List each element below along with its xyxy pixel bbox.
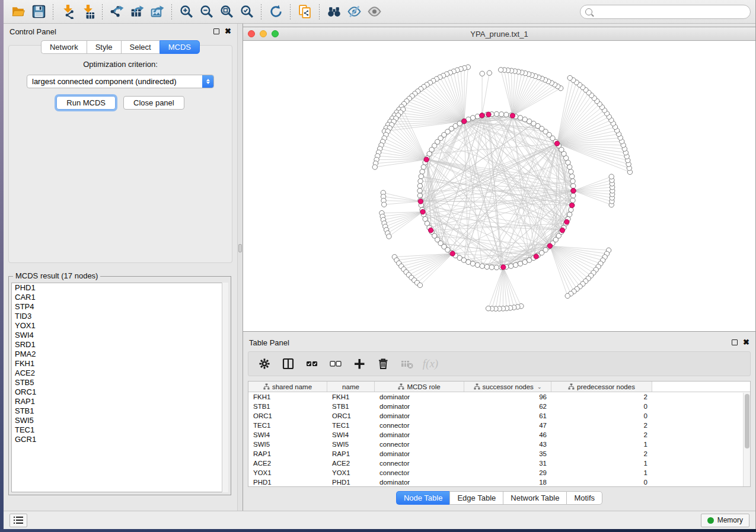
mcds-result-item[interactable]: ORC1 <box>12 387 228 397</box>
zoom-in-button[interactable] <box>176 2 196 21</box>
gear-button[interactable] <box>257 356 272 371</box>
open-file-button[interactable] <box>8 2 28 21</box>
export-table-button[interactable] <box>127 2 147 21</box>
tab-select[interactable]: Select <box>121 40 160 54</box>
search-box[interactable] <box>580 5 751 19</box>
table-row[interactable]: YOX1YOX1connector291 <box>248 468 750 477</box>
mcds-result-item[interactable]: STB5 <box>12 378 228 387</box>
show-all-icon <box>367 4 382 19</box>
float-table-panel-icon[interactable] <box>732 339 738 345</box>
memory-button[interactable]: Memory <box>701 514 749 527</box>
table-scrollbar-thumb[interactable] <box>745 394 749 448</box>
reload-button[interactable] <box>266 2 286 21</box>
show-columns-button[interactable] <box>280 356 296 371</box>
zoom-selected-button[interactable] <box>237 2 257 21</box>
table-row[interactable]: ORC1ORC1dominator610 <box>248 411 750 421</box>
zoom-fit-icon <box>219 4 234 19</box>
cell-shared_name: ACE2 <box>248 459 327 468</box>
mcds-list-scrollbar[interactable] <box>222 283 228 492</box>
new-network-from-selection-button[interactable] <box>295 2 315 21</box>
table-scrollbar[interactable] <box>743 393 750 486</box>
mcds-result-item[interactable]: PHD1 <box>12 283 228 293</box>
import-table-button[interactable] <box>78 2 98 21</box>
cell-predecessors: 0 <box>551 402 652 411</box>
column-header-predecessors[interactable]: predecessor nodes <box>551 382 652 392</box>
column-header-role[interactable]: MCDS role <box>375 382 464 392</box>
table-row[interactable]: STB1STB1dominator620 <box>248 402 750 411</box>
task-history-button[interactable] <box>9 514 27 527</box>
tab-motifs[interactable]: Motifs <box>566 491 602 505</box>
cell-name: STB1 <box>327 402 375 411</box>
cell-name: YOX1 <box>327 468 375 477</box>
column-header-shared_name[interactable]: shared name <box>248 382 327 392</box>
hide-selected-button[interactable] <box>344 2 364 21</box>
close-table-panel-icon[interactable]: ✖ <box>743 339 749 345</box>
create-column-button[interactable] <box>352 356 367 371</box>
mcds-result-item[interactable]: STB1 <box>12 406 228 416</box>
cell-name: PHD1 <box>327 477 375 487</box>
close-panel-button[interactable]: Close panel <box>123 96 184 110</box>
mcds-result-item[interactable]: SWI5 <box>12 416 228 425</box>
optimization-criterion-select[interactable]: largest connected component (undirected) <box>27 75 214 88</box>
table-row[interactable]: RAP1RAP1dominator352 <box>248 449 750 459</box>
cell-name: ORC1 <box>327 411 375 421</box>
deselect-all-button[interactable] <box>328 356 343 371</box>
mcds-result-item[interactable]: YOX1 <box>12 321 228 331</box>
tab-network[interactable]: Network <box>41 40 87 54</box>
vertical-splitter[interactable] <box>237 24 243 511</box>
save-session-icon <box>31 4 46 19</box>
table-row[interactable]: PHD1PHD1dominator180 <box>248 477 750 487</box>
show-all-button <box>364 2 384 21</box>
table-panel-title: Table Panel <box>249 338 289 347</box>
control-panel-title: Control Panel <box>9 27 56 36</box>
first-neighbors-button[interactable] <box>324 2 344 21</box>
tab-edge-table[interactable]: Edge Table <box>449 491 503 505</box>
table-row[interactable]: SWI4SWI4dominator462 <box>248 430 750 440</box>
mcds-result-item[interactable]: FKH1 <box>12 359 228 368</box>
table-row[interactable]: TEC1TEC1connector472 <box>248 421 750 430</box>
mcds-result-item[interactable]: RAP1 <box>12 397 228 406</box>
import-network-button[interactable] <box>58 2 78 21</box>
search-input[interactable] <box>595 8 745 16</box>
table-row[interactable]: ACE2ACE2connector311 <box>248 459 750 468</box>
mcds-result-list[interactable]: PHD1CAR1STP4TID3YOX1SWI4SRD1PMA2FKH1ACE2… <box>11 283 228 492</box>
mcds-result-item[interactable]: SWI4 <box>12 331 228 340</box>
mcds-result-item[interactable]: TID3 <box>12 312 228 321</box>
select-stepper-icon <box>202 75 213 88</box>
zoom-out-icon <box>199 4 214 19</box>
export-image-button[interactable] <box>147 2 167 21</box>
tab-node-table[interactable]: Node Table <box>396 491 450 505</box>
tab-network-table[interactable]: Network Table <box>503 491 566 505</box>
zoom-out-button[interactable] <box>196 2 216 21</box>
tab-style[interactable]: Style <box>87 40 121 54</box>
column-header-filler <box>652 382 750 392</box>
mcds-result-item[interactable]: SRD1 <box>12 340 228 350</box>
column-header-successors[interactable]: successor nodes⌄ <box>464 382 551 392</box>
select-all-button[interactable] <box>304 356 320 371</box>
export-network-button[interactable] <box>107 2 127 21</box>
splitter-grip[interactable] <box>238 244 242 252</box>
cell-role: connector <box>375 440 464 449</box>
hierarchy-icon <box>474 383 480 390</box>
mcds-result-item[interactable]: PMA2 <box>12 350 228 359</box>
table-row[interactable]: FKH1FKH1dominator962 <box>248 392 750 402</box>
close-panel-icon[interactable]: ✖ <box>225 28 231 34</box>
column-header-name[interactable]: name <box>327 382 375 392</box>
float-panel-icon[interactable] <box>213 28 219 34</box>
mcds-result-item[interactable]: ACE2 <box>12 368 228 378</box>
mcds-result-item[interactable]: STP4 <box>12 302 228 312</box>
mcds-result-item[interactable]: GCR1 <box>12 435 228 444</box>
delete-column-button[interactable] <box>375 356 391 371</box>
network-window-title: YPA_prune.txt_1 <box>243 30 755 39</box>
control-panel-titlebar: Control Panel ✖ <box>4 24 237 39</box>
table-row[interactable]: SWI5SWI5connector431 <box>248 440 750 449</box>
mcds-result-item[interactable]: TEC1 <box>12 425 228 435</box>
select-value: largest connected component (undirected) <box>27 77 202 86</box>
run-mcds-button[interactable]: Run MCDS <box>56 96 116 110</box>
mcds-result-item[interactable]: CAR1 <box>12 293 228 302</box>
network-canvas[interactable] <box>243 41 755 331</box>
zoom-fit-button[interactable] <box>216 2 237 21</box>
save-session-button[interactable] <box>28 2 49 21</box>
tab-mcds[interactable]: MCDS <box>160 40 200 54</box>
mcds-result-group: MCDS result (17 nodes) PHD1CAR1STP4TID3Y… <box>8 273 231 495</box>
